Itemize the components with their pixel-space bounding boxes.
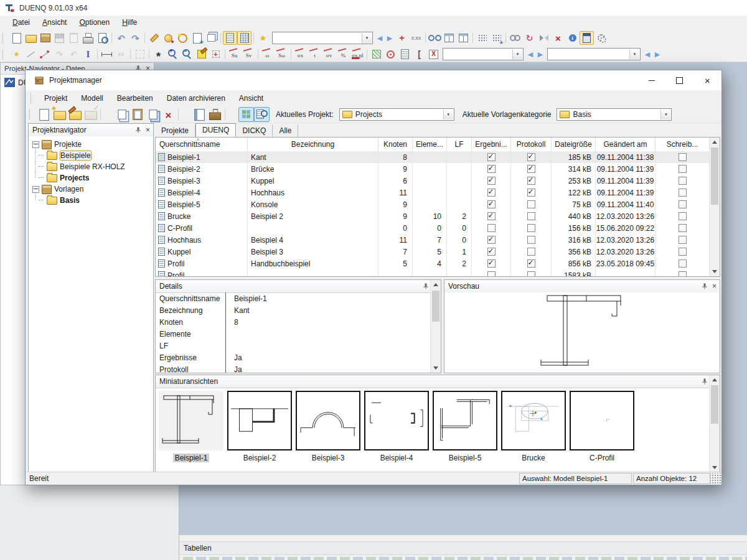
results-checkbox[interactable] (487, 177, 496, 185)
tree-expander-icon[interactable] (32, 141, 39, 148)
writeprotect-checkbox[interactable] (679, 177, 687, 185)
refresh-icon[interactable] (176, 31, 190, 45)
arc-tool-icon[interactable]: ↷ (52, 47, 67, 61)
column-header[interactable]: LF (447, 138, 472, 151)
table-row[interactable]: Profil Handbuchbeispiel 5 4 2 856 kB 23.… (156, 258, 709, 269)
column-header[interactable]: Bezeichnung (248, 138, 378, 151)
protocol-checkbox[interactable] (527, 212, 535, 220)
thumbnail-beispiel-1[interactable]: Beispiel-1 (159, 391, 223, 462)
menu-ansicht[interactable]: Ansicht (36, 16, 73, 29)
delete-table-icon[interactable]: X (426, 47, 441, 61)
pm-menu-daten-archivieren[interactable]: Daten archivieren (160, 92, 232, 105)
next-loadcase-icon[interactable]: ▶ (535, 50, 545, 58)
table-scrollbar[interactable] (709, 138, 720, 276)
pin-icon[interactable] (135, 127, 141, 133)
insert-node-icon[interactable]: ★ (9, 47, 24, 61)
grid-icon[interactable] (475, 31, 489, 45)
print-icon[interactable] (81, 31, 95, 45)
copy-clipboard-icon[interactable] (67, 31, 81, 45)
stress-sigma-v-icon[interactable]: σv (322, 47, 336, 61)
project-check-icon[interactable] (82, 106, 100, 123)
protocol-checkbox[interactable] (527, 248, 535, 256)
protocol-checkbox[interactable] (527, 153, 535, 161)
dropdown-arrow-icon[interactable]: ▼ (512, 49, 522, 59)
mirror-icon[interactable] (537, 31, 551, 45)
pm-menu-ansicht[interactable]: Ansicht (232, 92, 270, 105)
toolbar-grip[interactable] (2, 49, 6, 60)
protocol-checkbox[interactable] (527, 259, 535, 268)
writeprotect-checkbox[interactable] (679, 212, 687, 220)
select-region-icon[interactable] (133, 47, 147, 61)
pin-icon[interactable] (702, 378, 708, 385)
dropdown-arrow-icon[interactable]: ▼ (362, 33, 372, 43)
results-checkbox[interactable] (487, 200, 496, 208)
table-row[interactable]: Brucke Beispiel 2 9 10 2 440 kB 12.03.20… (156, 210, 709, 222)
report-icon[interactable] (398, 47, 412, 61)
dim-xx-icon[interactable]: XX (114, 47, 128, 61)
column-header[interactable]: Ergebni... (472, 138, 511, 151)
stress-tau-icon[interactable]: τ (308, 47, 322, 61)
zoom-out-icon[interactable]: − (180, 47, 194, 61)
scroll-thumb[interactable] (432, 291, 439, 322)
pm-menu-modell[interactable]: Modell (74, 92, 110, 105)
tree-beispiele-rx-holz[interactable]: Beispiele RX-HOLZ (39, 161, 153, 172)
rotate-icon[interactable]: ↻ (522, 31, 537, 45)
toolbar-grip[interactable] (2, 33, 6, 44)
maximize-button[interactable] (665, 70, 693, 90)
tree-expander-icon[interactable] (32, 186, 39, 193)
details-scrollbar[interactable] (430, 280, 441, 373)
scroll-thumb[interactable] (711, 147, 718, 205)
insert-line-icon[interactable] (24, 47, 38, 61)
stress-su-icon[interactable]: Su (227, 47, 242, 61)
grid-snap-icon[interactable] (489, 31, 504, 45)
writeprotect-checkbox[interactable] (679, 200, 687, 208)
column-header[interactable]: Geändert am (596, 138, 655, 151)
close-icon[interactable]: × (146, 126, 150, 134)
column-header[interactable]: Dateigröße (552, 138, 596, 151)
nav-back-icon[interactable]: ◀ (375, 34, 385, 42)
template-category-combobox[interactable]: Basis ▼ (557, 108, 672, 121)
insert-element-icon[interactable] (38, 47, 52, 61)
arc-tool2-icon[interactable]: ↶ (67, 47, 81, 61)
result-combobox[interactable]: ▼ (547, 48, 641, 60)
close-button[interactable]: × (693, 70, 721, 90)
writeprotect-checkbox[interactable] (679, 248, 687, 256)
results-checkbox[interactable] (487, 259, 496, 268)
protocol-checkbox[interactable] (527, 271, 535, 276)
tab-dickq[interactable]: DICKQ (236, 124, 273, 137)
layers-icon[interactable] (194, 47, 209, 61)
scroll-up-button[interactable] (431, 280, 441, 289)
link-nodes-icon[interactable] (508, 31, 522, 45)
protocol-checkbox[interactable] (527, 165, 535, 173)
prev-loadcase-icon[interactable]: ◀ (525, 50, 535, 58)
section-combobox[interactable]: ▼ (272, 32, 373, 44)
recalculate-icon[interactable] (161, 31, 176, 45)
scroll-thumb[interactable] (711, 385, 718, 424)
column-header[interactable]: Schreib... (655, 138, 709, 151)
print-preview-icon[interactable] (95, 31, 110, 45)
writeprotect-checkbox[interactable] (679, 224, 687, 232)
undo-icon[interactable]: ↶ (114, 31, 128, 45)
stress-omega-icon[interactable]: ω (260, 47, 275, 61)
settings-gears-icon[interactable] (594, 31, 608, 45)
scroll-down-button[interactable] (431, 363, 441, 373)
new-model-icon[interactable] (35, 106, 53, 123)
center-icon[interactable] (383, 47, 398, 61)
protocol-checkbox[interactable] (527, 200, 535, 208)
table-row[interactable]: Hochhaus Beispiel 4 11 7 0 316 kB 12.03.… (156, 234, 709, 246)
stress-sigma-x-icon[interactable]: σx (293, 47, 308, 61)
window-layout2-icon[interactable] (456, 31, 471, 45)
rename-card-icon[interactable] (191, 106, 209, 123)
dropdown-arrow-icon[interactable]: ▼ (629, 49, 639, 59)
paste-icon[interactable] (129, 106, 146, 123)
menu-optionen[interactable]: Optionen (73, 16, 116, 29)
column-header[interactable]: Querschnittsname (156, 138, 248, 151)
bracket-icon[interactable]: [ (412, 47, 426, 61)
table-row[interactable]: Beispiel-5 Konsole 9 75 kB 09.11.2004 11… (156, 198, 709, 210)
calculator-icon[interactable] (580, 31, 594, 45)
view-search-toggle[interactable] (254, 107, 270, 122)
results-checkbox[interactable] (487, 165, 496, 173)
writeprotect-checkbox[interactable] (679, 153, 687, 161)
view-thumbnails-toggle[interactable] (238, 107, 254, 122)
save-icon[interactable] (52, 31, 67, 45)
